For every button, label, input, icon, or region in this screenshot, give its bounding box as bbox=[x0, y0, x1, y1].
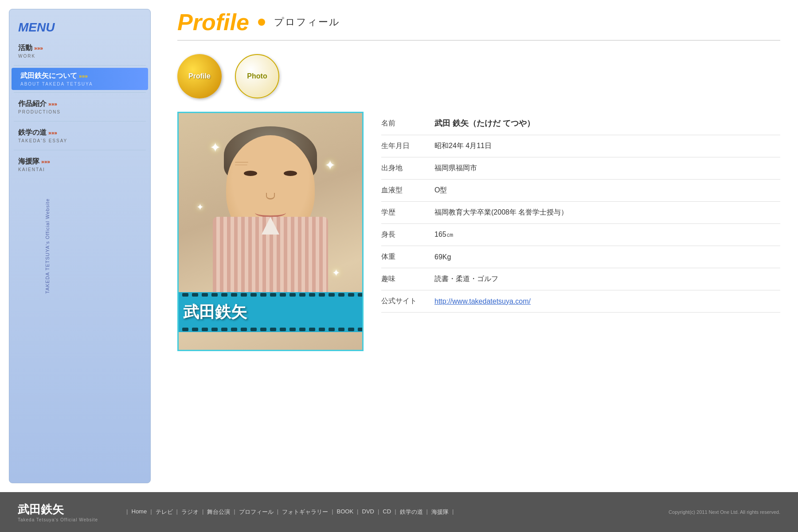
film-strip: 武田鉄矢 bbox=[179, 292, 362, 332]
profile-label-3: 血液型 bbox=[381, 186, 426, 195]
tab-profile-button[interactable]: Profile bbox=[177, 54, 222, 98]
photo-caption: 武田鉄矢 bbox=[183, 301, 247, 323]
profile-label-6: 体重 bbox=[381, 252, 426, 262]
page-title: Profile bbox=[177, 9, 249, 35]
profile-row-3: 血液型O型 bbox=[381, 180, 780, 202]
profile-value-4: 福岡教育大学卒業(2008年 名誉学士授与） bbox=[434, 208, 568, 217]
footer-nav-item-9[interactable]: 鉄学の道 bbox=[398, 508, 425, 516]
profile-content: ✦ ✦ ✦ ✦ 武田鉄矢 bbox=[177, 112, 780, 351]
tab-buttons: Profile Photo bbox=[177, 54, 780, 98]
profile-label-8: 公式サイト bbox=[381, 297, 426, 306]
profile-value-1: 昭和24年 4月11日 bbox=[434, 141, 492, 151]
profile-label-1: 生年月日 bbox=[381, 141, 426, 151]
footer-nav-item-6[interactable]: BOOK bbox=[335, 508, 356, 516]
profile-value-0: 武田 鉄矢（たけだ てつや） bbox=[434, 118, 535, 129]
profile-label-5: 身長 bbox=[381, 230, 426, 239]
profile-value-8[interactable]: http://www.takedatetsuya.com/ bbox=[434, 297, 531, 305]
profile-label-4: 学歴 bbox=[381, 208, 426, 217]
profile-value-3: O型 bbox=[434, 186, 447, 195]
sidebar-item-kaientai[interactable]: 海援隊 »»» KAIENTAI bbox=[9, 153, 150, 176]
footer-nav-item-0[interactable]: Home bbox=[130, 508, 149, 516]
menu-divider-1 bbox=[14, 65, 146, 66]
footer-nav-item-8[interactable]: CD bbox=[381, 508, 393, 516]
sidebar: TAKEDA TETSUYA's Official Website MENU 活… bbox=[9, 9, 151, 483]
footer-nav-item-2[interactable]: ラジオ bbox=[180, 508, 200, 516]
profile-row-0: 名前武田 鉄矢（たけだ てつや） bbox=[381, 112, 780, 135]
sidebar-item-about[interactable]: 武田鉄矢について »»» ABOUT TAKEDA TETSUYA bbox=[12, 68, 148, 90]
footer-nav-item-3[interactable]: 舞台公演 bbox=[205, 508, 232, 516]
profile-value-7: 読書・柔道・ゴルフ bbox=[434, 274, 498, 284]
profile-label-0: 名前 bbox=[381, 119, 426, 128]
profile-value-6: 69Kg bbox=[434, 253, 451, 261]
sidebar-item-essay[interactable]: 鉄学の道 »»» TAKEDA'S ESSAY bbox=[9, 124, 150, 148]
profile-value-5: 165㎝ bbox=[434, 230, 454, 239]
page-subtitle: プロフィール bbox=[274, 16, 340, 29]
footer-logo: 武田鉄矢 Takeda Tetsuya's Official Website bbox=[18, 502, 98, 522]
menu-divider-4 bbox=[14, 150, 146, 150]
menu-divider-2 bbox=[14, 92, 146, 93]
profile-label-2: 出身地 bbox=[381, 164, 426, 173]
page-bullet-icon bbox=[258, 19, 265, 26]
profile-label-7: 趣味 bbox=[381, 274, 426, 284]
profile-row-6: 体重69Kg bbox=[381, 246, 780, 268]
profile-row-8: 公式サイトhttp://www.takedatetsuya.com/ bbox=[381, 290, 780, 313]
footer-nav-item-4[interactable]: プロフィール bbox=[237, 508, 275, 516]
footer-nav-item-7[interactable]: DVD bbox=[360, 508, 376, 516]
menu-divider-3 bbox=[14, 121, 146, 121]
page-header: Profile プロフィール bbox=[177, 9, 780, 41]
content-area: Profile プロフィール Profile Photo bbox=[160, 0, 798, 492]
footer-logo-jp: 武田鉄矢 bbox=[18, 502, 98, 517]
profile-row-7: 趣味読書・柔道・ゴルフ bbox=[381, 268, 780, 290]
footer-nav-item-1[interactable]: テレビ bbox=[154, 508, 175, 516]
footer-nav: |Home|テレビ|ラジオ|舞台公演|プロフィール|フォトギャラリー|BOOK|… bbox=[125, 508, 455, 516]
menu-title: MENU bbox=[9, 14, 150, 39]
footer-nav-item-5[interactable]: フォトギャラリー bbox=[280, 508, 330, 516]
footer-nav-item-10[interactable]: 海援隊 bbox=[430, 508, 450, 516]
profile-row-2: 出身地福岡県福岡市 bbox=[381, 157, 780, 180]
sidebar-item-productions[interactable]: 作品紹介 »»» PRODUCTIONS bbox=[9, 95, 150, 119]
profile-row-5: 身長165㎝ bbox=[381, 224, 780, 246]
sidebar-item-work[interactable]: 活動 »»» WORK bbox=[9, 39, 150, 63]
profile-photo: ✦ ✦ ✦ ✦ 武田鉄矢 bbox=[177, 112, 364, 351]
profile-row-1: 生年月日昭和24年 4月11日 bbox=[381, 135, 780, 157]
sidebar-vertical-text: TAKEDA TETSUYA's Official Website bbox=[45, 198, 50, 293]
profile-value-2: 福岡県福岡市 bbox=[434, 164, 477, 173]
footer-copyright: Copyright(c) 2011 Next One Ltd. All righ… bbox=[669, 509, 780, 515]
profile-table: 名前武田 鉄矢（たけだ てつや）生年月日昭和24年 4月11日出身地福岡県福岡市… bbox=[381, 112, 780, 351]
profile-row-4: 学歴福岡教育大学卒業(2008年 名誉学士授与） bbox=[381, 202, 780, 224]
footer: 武田鉄矢 Takeda Tetsuya's Official Website |… bbox=[0, 492, 798, 532]
footer-logo-en: Takeda Tetsuya's Official Website bbox=[18, 517, 98, 522]
tab-photo-button[interactable]: Photo bbox=[235, 54, 279, 98]
